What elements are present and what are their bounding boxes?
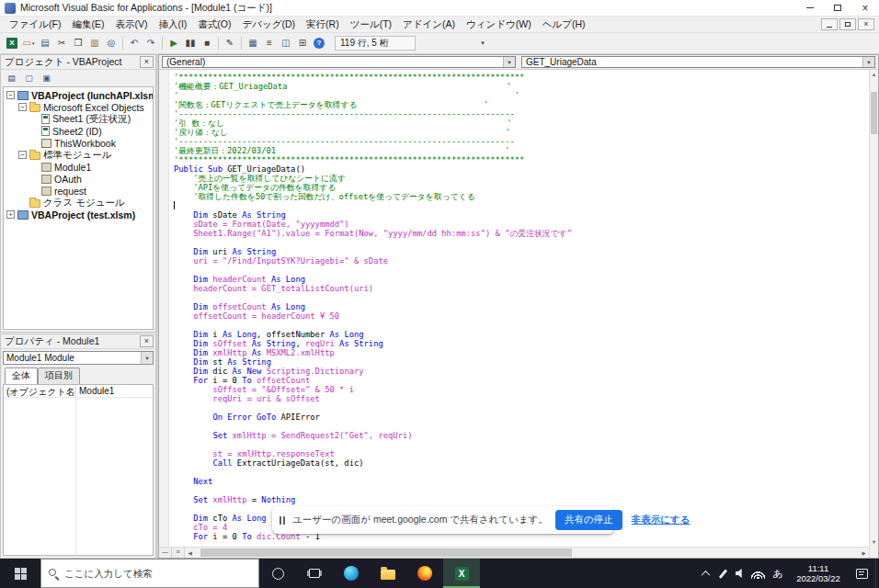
menu-item[interactable]: 書式(O) (192, 17, 236, 33)
design-mode-icon[interactable]: ✎ (222, 35, 238, 51)
clock-date: 2022/03/22 (796, 573, 840, 583)
code-header: (General) ▼ GET_UriageData ▼ (159, 55, 878, 70)
project-panel-close-icon[interactable]: × (140, 56, 154, 68)
save-icon[interactable]: ▤ (37, 35, 53, 51)
full-module-view-button[interactable]: ≡ (172, 548, 185, 558)
object-browser-icon[interactable]: ◫ (278, 35, 294, 51)
tab-項目別[interactable]: 項目別 (38, 368, 80, 384)
code-editor[interactable]: '***************************************… (159, 70, 869, 547)
taskbar-clock[interactable]: 11:11 2022/03/22 (789, 559, 848, 588)
object-dropdown[interactable]: (General) ▼ (162, 56, 516, 68)
tree-item[interactable]: OAuth (4, 173, 153, 185)
taskbar-search[interactable] (40, 559, 259, 588)
redo-icon[interactable]: ↷ (143, 35, 159, 51)
show-desktop-button[interactable] (875, 559, 879, 588)
menu-item[interactable]: ウィンドウ(W) (461, 17, 537, 33)
tree-item[interactable]: Sheet1 (受注状況) (4, 113, 153, 125)
tree-item[interactable]: −VBAProject (lunchAPI.xlsm) (4, 89, 153, 101)
tree-item[interactable]: request (4, 185, 153, 197)
excel-icon[interactable] (443, 559, 480, 588)
menu-item[interactable]: ファイル(F) (4, 17, 66, 33)
expand-icon[interactable]: + (6, 210, 15, 219)
menu-item[interactable]: 挿入(I) (153, 17, 192, 33)
horizontal-scrollbar[interactable]: — ≡ ◀ ▶ (159, 547, 869, 558)
horizontal-scroll-thumb[interactable] (200, 548, 572, 557)
horizontal-scroll-track[interactable] (195, 548, 859, 558)
view-object-icon[interactable]: ▢ (21, 72, 37, 85)
scroll-right-icon[interactable]: ▶ (859, 550, 869, 556)
tree-item[interactable]: Sheet2 (ID) (4, 125, 153, 137)
tree-item[interactable]: −Microsoft Excel Objects (4, 101, 153, 113)
redo-icon-glyph: ↷ (147, 39, 154, 48)
vertical-scroll-thumb[interactable] (871, 92, 877, 134)
hide-notification-button[interactable]: 非表示にする (630, 510, 692, 530)
tray-chevron-icon[interactable] (697, 559, 714, 588)
toggle-folders-icon[interactable]: ▣ (39, 72, 54, 85)
collapse-icon[interactable]: − (18, 151, 27, 159)
action-center-button[interactable] (848, 559, 875, 588)
undo-icon[interactable]: ↶ (126, 35, 143, 51)
collapse-icon[interactable]: − (18, 103, 27, 111)
insert-userform-icon[interactable]: ▭▾ (20, 35, 37, 51)
menu-item[interactable]: 実行(R) (301, 17, 345, 33)
mdi-close-button[interactable]: × (858, 18, 874, 30)
scroll-up-icon[interactable]: ▲ (870, 70, 878, 79)
firefox-icon[interactable] (406, 559, 443, 588)
tree-item[interactable]: ThisWorkbook (4, 137, 153, 149)
properties-object-selector[interactable]: Module1 Module ▼ (3, 351, 154, 365)
mdi-restore-button[interactable] (839, 18, 856, 30)
help-icon[interactable]: ? (311, 35, 327, 51)
tree-item[interactable]: −標準モジュール (4, 149, 153, 161)
menu-item[interactable]: デバッグ(D) (237, 17, 302, 33)
reset-icon-glyph: ■ (204, 39, 210, 48)
tree-item[interactable]: Module1 (4, 161, 153, 173)
menu-item[interactable]: 編集(E) (66, 17, 109, 33)
task-view-button[interactable] (296, 559, 333, 588)
reset-icon[interactable]: ■ (199, 35, 215, 51)
scroll-down-icon[interactable]: ▼ (870, 537, 878, 547)
vertical-scrollbar[interactable]: ▲ ▼ (869, 70, 878, 547)
start-button[interactable] (0, 559, 40, 588)
menu-item[interactable]: ヘルプ(H) (537, 17, 591, 33)
project-explorer-icon[interactable]: ▦ (245, 35, 261, 51)
find-icon[interactable]: ◎ (103, 35, 120, 51)
view-excel-icon[interactable]: X (4, 35, 20, 51)
property-row[interactable]: (オブジェクト名)Module1 (4, 385, 153, 398)
toolbar-options-chevron-icon[interactable]: ▾ (476, 40, 489, 47)
tray-speaker-icon[interactable] (732, 559, 749, 588)
ime-indicator[interactable]: あ (767, 559, 789, 588)
cortana-button[interactable] (259, 559, 296, 588)
tab-全体[interactable]: 全体 (5, 368, 38, 384)
collapse-icon[interactable]: − (6, 91, 15, 99)
procedure-dropdown[interactable]: GET_UriageData ▼ (521, 56, 875, 68)
maximize-button[interactable] (824, 0, 851, 16)
tray-pen-icon[interactable] (714, 559, 732, 588)
tray-network-icon[interactable] (749, 559, 767, 588)
menu-item[interactable]: 表示(V) (109, 17, 153, 33)
procedure-view-button[interactable]: — (159, 548, 172, 558)
tree-item[interactable]: クラス モジュール (4, 197, 153, 209)
tree-item[interactable]: +VBAProject (test.xlsm) (4, 209, 153, 220)
code-text[interactable]: '***************************************… (169, 70, 869, 547)
scroll-left-icon[interactable]: ◀ (185, 550, 195, 556)
paste-icon[interactable]: ▥ (86, 35, 103, 51)
mdi-minimize-button[interactable] (821, 18, 838, 30)
menu-item[interactable]: アドイン(A) (397, 17, 461, 33)
file-explorer-icon[interactable] (370, 559, 406, 588)
copy-icon[interactable]: ❐ (70, 35, 86, 51)
code-line: Set xmlHttp = SendRequest2("Get", reqUri… (174, 431, 869, 440)
toolbox-icon[interactable]: ⊞ (294, 35, 311, 51)
menu-item[interactable]: ツール(T) (345, 17, 397, 33)
cut-icon[interactable]: ✂ (53, 35, 70, 51)
view-code-icon[interactable]: ▤ (4, 72, 19, 85)
break-icon[interactable]: ▮▮ (182, 35, 199, 51)
minimize-button[interactable] (796, 0, 824, 16)
close-button[interactable]: × (851, 0, 879, 16)
code-line: Dim xmlHttp As MSXML2.xmlHttp (174, 348, 869, 357)
properties-panel-close-icon[interactable]: × (140, 335, 154, 347)
run-icon[interactable]: ▶ (166, 35, 182, 51)
stop-sharing-button[interactable]: 共有の停止 (555, 510, 622, 530)
edge-icon[interactable] (333, 559, 370, 588)
search-input[interactable] (64, 568, 251, 579)
properties-window-icon[interactable]: ≡ (261, 35, 278, 51)
